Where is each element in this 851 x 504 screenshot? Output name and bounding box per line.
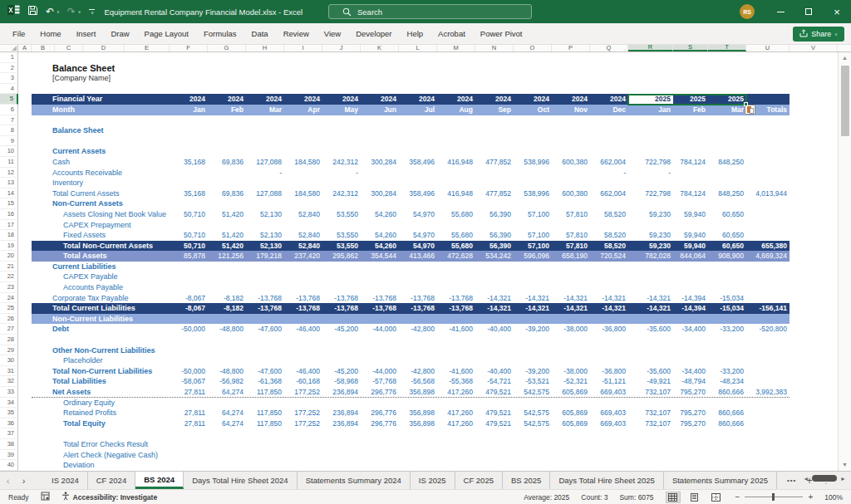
row-label[interactable]: CAPEX Payable xyxy=(32,272,170,282)
ribbon-tab-insert[interactable]: Insert xyxy=(69,23,104,44)
cell[interactable]: 27,811 xyxy=(170,408,208,418)
cell[interactable]: 2025 xyxy=(628,94,673,105)
cell[interactable]: Nov xyxy=(552,105,590,115)
column-header-Q[interactable]: Q xyxy=(590,45,628,51)
sheet-tab-days-total-hire-sheet-2025[interactable]: Days Total Hire Sheet 2025 xyxy=(550,472,663,489)
row-header-18[interactable]: 18 xyxy=(0,230,18,241)
cell[interactable]: 479,521 xyxy=(475,387,514,397)
row-label[interactable] xyxy=(32,52,170,63)
cell[interactable]: 121,256 xyxy=(208,251,246,262)
customize-qat-icon[interactable]: ∨ xyxy=(88,9,96,14)
cell[interactable]: 60,650 xyxy=(708,230,746,241)
row-header-25[interactable]: 25 xyxy=(0,303,18,314)
cell[interactable]: 69,836 xyxy=(208,157,246,168)
cell[interactable]: -58,968 xyxy=(322,376,361,387)
cell[interactable]: Feb xyxy=(208,105,246,115)
row-label[interactable] xyxy=(32,84,170,95)
cell-totals[interactable]: -156,141 xyxy=(746,303,790,314)
cell[interactable]: 50,710 xyxy=(170,241,208,252)
row-header-37[interactable]: 37 xyxy=(0,428,18,439)
cell[interactable]: -38,000 xyxy=(552,324,590,335)
row-header-17[interactable]: 17 xyxy=(0,220,18,231)
row-header-33[interactable]: 33 xyxy=(0,387,18,398)
cell[interactable]: 59,940 xyxy=(673,209,708,220)
cell[interactable]: 662,004 xyxy=(590,188,628,199)
cell[interactable]: 57,100 xyxy=(514,241,552,252)
cell[interactable]: 416,948 xyxy=(437,188,475,199)
accessibility-status[interactable]: Accessibility: Investigate xyxy=(61,492,158,502)
row-label[interactable]: Financial Year xyxy=(32,94,170,105)
minimize-button[interactable] xyxy=(766,0,794,23)
column-header-F[interactable]: F xyxy=(170,45,208,51)
column-header-T[interactable]: T xyxy=(708,45,746,51)
cell[interactable]: 117,850 xyxy=(246,418,284,429)
vertical-scrollbar[interactable]: ▲ ▼ xyxy=(838,52,851,471)
row-label[interactable]: Total Non-Current Liabilities xyxy=(32,366,170,377)
cell[interactable]: 296,776 xyxy=(361,387,399,397)
cell[interactable]: -46,400 xyxy=(284,366,322,377)
cell[interactable]: - xyxy=(246,168,284,179)
cell[interactable]: 127,088 xyxy=(246,157,284,168)
cell[interactable]: -8,067 xyxy=(170,303,208,314)
scroll-down-icon[interactable]: ▼ xyxy=(842,459,848,471)
cell[interactable] xyxy=(361,168,399,179)
cell[interactable]: 236,894 xyxy=(322,387,361,397)
cell[interactable] xyxy=(437,168,475,179)
cell[interactable]: 538,996 xyxy=(514,188,552,199)
cell[interactable]: -15,034 xyxy=(708,303,746,314)
row-header-13[interactable]: 13 xyxy=(0,178,18,188)
cell[interactable]: -8,067 xyxy=(170,293,208,304)
ribbon-tab-data[interactable]: Data xyxy=(244,23,276,44)
cell[interactable]: -13,768 xyxy=(399,293,437,304)
row-header-8[interactable]: 8 xyxy=(0,125,18,136)
cell[interactable]: May xyxy=(322,105,361,115)
cell[interactable]: 60,650 xyxy=(708,209,746,220)
cell[interactable]: 58,520 xyxy=(590,230,628,241)
macro-record-icon[interactable] xyxy=(41,492,50,502)
row-header-20[interactable]: 20 xyxy=(0,251,18,262)
cell[interactable]: 848,250 xyxy=(708,188,746,199)
cell[interactable]: 52,130 xyxy=(246,230,284,241)
cell[interactable]: 300,284 xyxy=(361,157,399,168)
cell[interactable]: 55,680 xyxy=(437,241,475,252)
sheet-nav-left-icon[interactable]: ‹ xyxy=(0,472,16,489)
cell[interactable]: 358,496 xyxy=(399,157,437,168)
cell[interactable]: Aug xyxy=(437,105,475,115)
cell[interactable]: 56,390 xyxy=(475,230,514,241)
cell[interactable]: 184,580 xyxy=(284,188,322,199)
row-header-23[interactable]: 23 xyxy=(0,282,18,293)
column-header-O[interactable]: O xyxy=(514,45,552,51)
select-all-corner[interactable] xyxy=(0,45,18,51)
row-label[interactable]: Inventory xyxy=(32,178,170,188)
cell[interactable]: 296,776 xyxy=(361,408,399,418)
ribbon-tab-file[interactable]: File xyxy=(5,23,32,44)
cell[interactable]: 177,252 xyxy=(284,418,322,429)
row-label[interactable] xyxy=(32,428,170,439)
cell[interactable]: 2024 xyxy=(208,94,246,105)
cell[interactable]: -51,121 xyxy=(590,376,628,387)
cell[interactable]: 2024 xyxy=(475,94,514,105)
cell[interactable]: 354,544 xyxy=(361,251,399,262)
column-header-B[interactable]: B xyxy=(32,45,55,51)
cell[interactable]: 358,496 xyxy=(399,188,437,199)
cell[interactable]: 417,260 xyxy=(437,387,475,397)
cell[interactable]: 56,390 xyxy=(475,241,514,252)
cell[interactable]: 2025 xyxy=(673,94,708,105)
vertical-scroll-thumb[interactable] xyxy=(841,66,849,136)
row-label[interactable] xyxy=(32,335,170,345)
cell[interactable]: -49,921 xyxy=(628,376,673,387)
cell[interactable]: 417,260 xyxy=(437,408,475,418)
row-header-38[interactable]: 38 xyxy=(0,439,18,450)
row-label[interactable]: Non-Current Assets xyxy=(32,198,170,209)
row-label[interactable]: Fixed Assets xyxy=(32,230,170,241)
row-label[interactable]: Other Non-Current Liabilities xyxy=(32,345,170,356)
ribbon-tab-page-layout[interactable]: Page Layout xyxy=(137,23,196,44)
cell[interactable]: -52,321 xyxy=(552,376,590,387)
horizontal-scroll-thumb[interactable] xyxy=(812,475,837,482)
sheet-tab-statements-summary-2024[interactable]: Statements Summary 2024 xyxy=(298,472,411,489)
row-label[interactable]: Current Assets xyxy=(32,146,170,157)
cell[interactable]: 64,274 xyxy=(208,418,246,429)
cell[interactable]: -13,768 xyxy=(284,303,322,314)
cell[interactable]: -15,034 xyxy=(708,293,746,304)
cell[interactable]: -50,000 xyxy=(170,366,208,377)
